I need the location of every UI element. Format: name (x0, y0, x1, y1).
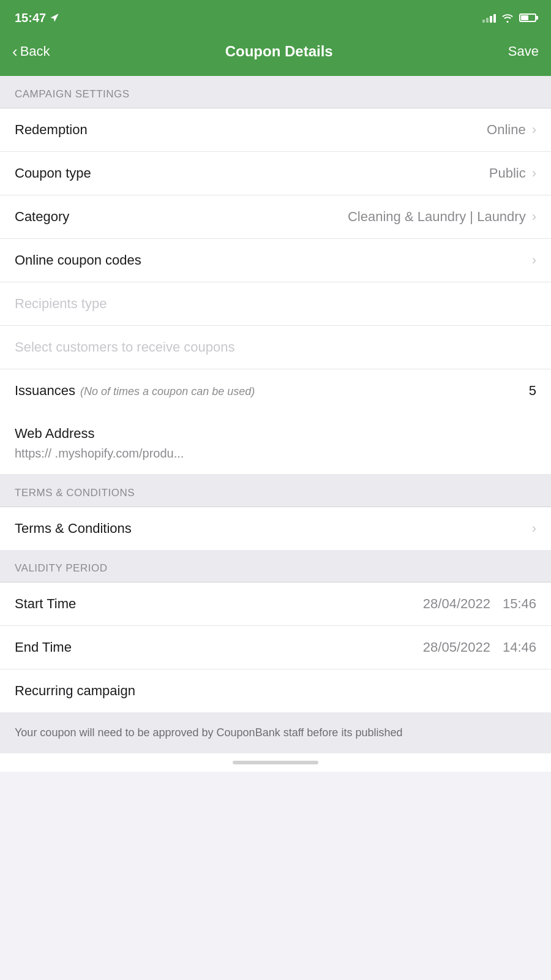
status-time: 15:47 (15, 11, 59, 25)
issuances-label: Issuances (15, 383, 75, 399)
start-time-date: 28/04/2022 (423, 596, 490, 612)
redemption-row[interactable]: Redemption Online › (0, 108, 551, 152)
category-value: Cleaning & Laundry | Laundry (348, 209, 526, 225)
signal-icon (482, 13, 496, 23)
terms-conditions-value-group: › (532, 521, 536, 537)
coupon-type-value: Public (489, 165, 526, 181)
redemption-value-group: Online › (487, 122, 536, 138)
wifi-icon (501, 13, 514, 23)
redemption-chevron-icon: › (532, 122, 536, 138)
validity-period-list: Start Time 28/04/2022 15:46 End Time 28/… (0, 582, 551, 712)
nav-bar: ‹ Back Coupon Details Save (0, 33, 551, 76)
coupon-type-row[interactable]: Coupon type Public › (0, 152, 551, 195)
issuances-note: (No of times a coupon can be used) (80, 385, 255, 398)
home-bar (233, 761, 318, 764)
back-label: Back (20, 43, 50, 59)
terms-conditions-section-label: TERMS & CONDITIONS (15, 487, 135, 499)
validity-period-section-label: VALIDITY PERIOD (15, 562, 107, 574)
status-icons (482, 13, 536, 23)
select-customers-placeholder: Select customers to receive coupons (15, 339, 235, 355)
recipients-type-placeholder: Recipients type (15, 296, 107, 312)
terms-conditions-row[interactable]: Terms & Conditions › (0, 507, 551, 550)
footer-notice-text: Your coupon will need to be approved by … (15, 725, 536, 741)
battery-icon (519, 13, 536, 22)
back-button[interactable]: ‹ Back (12, 42, 50, 61)
campaign-settings-label: CAMPAIGN SETTINGS (15, 88, 130, 100)
web-address-label: Web Address (15, 426, 536, 442)
online-coupon-codes-label: Online coupon codes (15, 252, 141, 268)
time-display: 15:47 (15, 11, 46, 25)
issuances-label-group: Issuances (No of times a coupon can be u… (15, 383, 529, 399)
coupon-type-chevron-icon: › (532, 165, 536, 181)
terms-conditions-chevron-icon: › (532, 521, 536, 537)
home-indicator (0, 753, 551, 772)
issuances-value: 5 (529, 383, 536, 399)
page-title: Coupon Details (225, 43, 333, 60)
status-bar: 15:47 (0, 0, 551, 33)
online-coupon-codes-chevron-icon: › (532, 252, 536, 268)
location-arrow-icon (50, 13, 59, 23)
end-time-label: End Time (15, 639, 72, 655)
validity-period-header: VALIDITY PERIOD (0, 550, 551, 582)
coupon-type-value-group: Public › (489, 165, 536, 181)
save-button[interactable]: Save (508, 43, 539, 59)
start-time-label: Start Time (15, 596, 76, 612)
recurring-campaign-row[interactable]: Recurring campaign (0, 669, 551, 712)
terms-conditions-list: Terms & Conditions › (0, 507, 551, 550)
end-time-value-group: 28/05/2022 14:46 (423, 639, 536, 655)
footer-notice: Your coupon will need to be approved by … (0, 712, 551, 753)
category-value-group: Cleaning & Laundry | Laundry › (348, 209, 536, 225)
start-time-time: 15:46 (503, 596, 536, 612)
back-chevron-icon: ‹ (12, 42, 18, 61)
issuances-row[interactable]: Issuances (No of times a coupon can be u… (0, 369, 551, 412)
recurring-campaign-label: Recurring campaign (15, 683, 135, 699)
redemption-label: Redemption (15, 122, 88, 138)
redemption-value: Online (487, 122, 526, 138)
terms-conditions-label: Terms & Conditions (15, 521, 132, 537)
start-time-value-group: 28/04/2022 15:46 (423, 596, 536, 612)
end-time-row[interactable]: End Time 28/05/2022 14:46 (0, 626, 551, 669)
end-time-date: 28/05/2022 (423, 639, 490, 655)
online-coupon-codes-value-group: › (532, 252, 536, 268)
online-coupon-codes-row[interactable]: Online coupon codes › (0, 239, 551, 282)
category-chevron-icon: › (532, 209, 536, 225)
end-time-time: 14:46 (503, 639, 536, 655)
web-address-block[interactable]: Web Address https:// .myshopify.com/prod… (0, 412, 551, 475)
start-time-row[interactable]: Start Time 28/04/2022 15:46 (0, 582, 551, 626)
coupon-type-label: Coupon type (15, 165, 91, 181)
web-address-url: https:// .myshopify.com/produ... (15, 447, 536, 461)
select-customers-row[interactable]: Select customers to receive coupons (0, 326, 551, 369)
campaign-settings-header: CAMPAIGN SETTINGS (0, 76, 551, 108)
category-row[interactable]: Category Cleaning & Laundry | Laundry › (0, 195, 551, 239)
recipients-type-row[interactable]: Recipients type (0, 282, 551, 326)
terms-conditions-header: TERMS & CONDITIONS (0, 475, 551, 507)
category-label: Category (15, 209, 69, 225)
campaign-settings-list: Redemption Online › Coupon type Public ›… (0, 108, 551, 412)
